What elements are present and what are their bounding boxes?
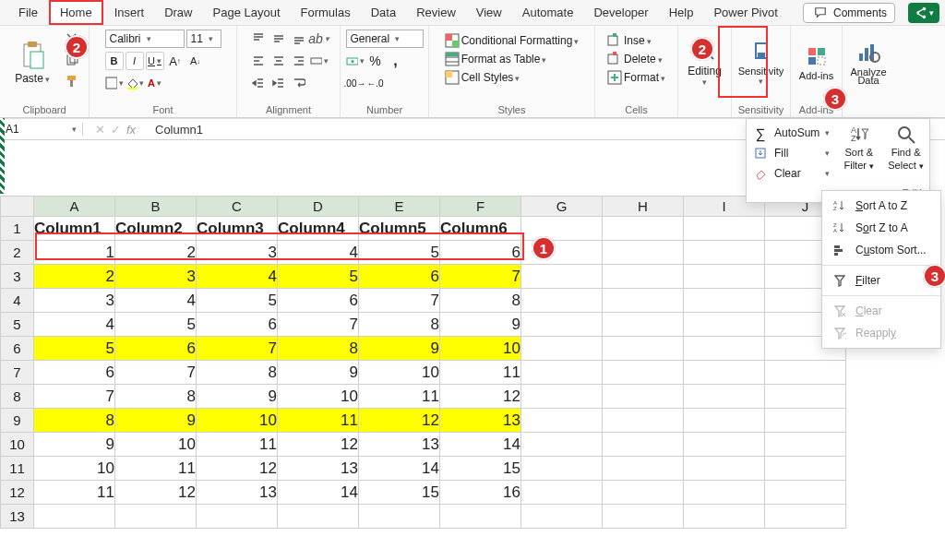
insert-cells-button[interactable]: Inse bbox=[607, 33, 652, 48]
cell[interactable] bbox=[765, 385, 846, 409]
cell[interactable]: 7 bbox=[278, 313, 359, 337]
cell[interactable] bbox=[603, 505, 684, 529]
borders-button[interactable] bbox=[105, 74, 124, 92]
cell[interactable]: 5 bbox=[34, 337, 115, 361]
clear-button[interactable]: Clear ▾ bbox=[750, 165, 831, 182]
cell[interactable]: 12 bbox=[278, 433, 359, 457]
indent-increase-button[interactable] bbox=[269, 74, 288, 92]
sensitivity-button[interactable]: Sensitivity ▾ bbox=[736, 30, 786, 96]
cell[interactable]: 15 bbox=[359, 481, 440, 505]
cell[interactable]: 8 bbox=[278, 337, 359, 361]
cell[interactable]: Column1 bbox=[34, 217, 115, 241]
column-header[interactable]: F bbox=[440, 197, 521, 217]
cell[interactable] bbox=[603, 361, 684, 385]
cell[interactable]: 11 bbox=[34, 481, 115, 505]
cell[interactable] bbox=[684, 457, 765, 481]
align-top-button[interactable] bbox=[249, 30, 268, 48]
autosum-button[interactable]: ∑ AutoSum ▾ bbox=[750, 125, 831, 141]
cell[interactable] bbox=[765, 409, 846, 433]
cell[interactable]: Column6 bbox=[440, 217, 521, 241]
column-header[interactable]: G bbox=[521, 197, 603, 217]
sort-filter-button[interactable]: AZ Sort &Filter ▾ bbox=[835, 119, 882, 187]
cell[interactable]: 13 bbox=[197, 481, 278, 505]
cell[interactable] bbox=[765, 505, 846, 529]
cell[interactable] bbox=[440, 505, 521, 529]
cell[interactable] bbox=[603, 409, 684, 433]
cell[interactable] bbox=[603, 433, 684, 457]
sort-a-to-z[interactable]: AZ SSort A to Zort A to Z bbox=[822, 195, 940, 217]
cell[interactable] bbox=[765, 481, 846, 505]
row-header[interactable]: 12 bbox=[1, 481, 34, 505]
cell[interactable] bbox=[359, 505, 440, 529]
row-header[interactable]: 3 bbox=[1, 265, 34, 289]
cell[interactable]: 2 bbox=[115, 241, 197, 265]
cell[interactable]: 3 bbox=[115, 265, 197, 289]
align-middle-button[interactable] bbox=[269, 30, 288, 48]
column-header[interactable]: A bbox=[34, 197, 115, 217]
cell[interactable]: 4 bbox=[197, 265, 278, 289]
fx-button[interactable]: fx bbox=[126, 123, 136, 137]
cell[interactable]: 11 bbox=[197, 433, 278, 457]
tab-home[interactable]: Home bbox=[49, 0, 103, 25]
cell[interactable] bbox=[521, 457, 603, 481]
cell[interactable]: 9 bbox=[278, 361, 359, 385]
cell[interactable] bbox=[603, 385, 684, 409]
italic-button[interactable]: I bbox=[126, 52, 144, 70]
decrease-decimal-button[interactable]: ←.0 bbox=[366, 74, 385, 92]
cell[interactable] bbox=[765, 361, 846, 385]
cell[interactable] bbox=[521, 289, 603, 313]
cell[interactable] bbox=[603, 265, 684, 289]
cell[interactable]: 6 bbox=[34, 361, 115, 385]
cell[interactable]: 7 bbox=[197, 337, 278, 361]
cell[interactable] bbox=[684, 289, 765, 313]
cell[interactable]: 16 bbox=[440, 481, 521, 505]
row-header[interactable]: 1 bbox=[1, 217, 34, 241]
cell[interactable]: 6 bbox=[197, 313, 278, 337]
cell[interactable] bbox=[115, 505, 197, 529]
select-all-corner[interactable] bbox=[1, 197, 34, 217]
shrink-font-button[interactable]: A↓ bbox=[186, 52, 205, 70]
cell[interactable]: 11 bbox=[115, 457, 197, 481]
column-header[interactable]: B bbox=[115, 197, 197, 217]
row-header[interactable]: 9 bbox=[1, 409, 34, 433]
cell[interactable]: 8 bbox=[440, 289, 521, 313]
cell[interactable]: 7 bbox=[115, 361, 197, 385]
cell[interactable]: 2 bbox=[34, 265, 115, 289]
cell[interactable]: 14 bbox=[278, 481, 359, 505]
tab-developer[interactable]: Developer bbox=[584, 2, 657, 23]
cell[interactable] bbox=[765, 433, 846, 457]
cell[interactable]: Column2 bbox=[115, 217, 197, 241]
cell[interactable] bbox=[521, 265, 603, 289]
cell[interactable]: 10 bbox=[115, 433, 197, 457]
cell[interactable] bbox=[684, 385, 765, 409]
cell[interactable]: 9 bbox=[359, 337, 440, 361]
cell[interactable]: 12 bbox=[440, 385, 521, 409]
cell[interactable] bbox=[521, 385, 603, 409]
cell[interactable]: 12 bbox=[197, 457, 278, 481]
cell[interactable]: 6 bbox=[440, 241, 521, 265]
cell[interactable] bbox=[684, 505, 765, 529]
cell[interactable]: 8 bbox=[197, 361, 278, 385]
row-header[interactable]: 5 bbox=[1, 313, 34, 337]
cell[interactable]: 14 bbox=[440, 433, 521, 457]
cell[interactable] bbox=[521, 361, 603, 385]
cell[interactable] bbox=[521, 481, 603, 505]
sort-z-to-a[interactable]: ZA Sort Z to A bbox=[822, 217, 940, 239]
cell[interactable] bbox=[34, 505, 115, 529]
cell[interactable]: 11 bbox=[278, 409, 359, 433]
conditional-formatting-button[interactable]: Conditional Formatting bbox=[445, 33, 580, 48]
underline-button[interactable]: U bbox=[146, 52, 164, 70]
format-painter-button[interactable] bbox=[63, 72, 81, 90]
cell[interactable]: 4 bbox=[115, 289, 197, 313]
tab-formulas[interactable]: Formulas bbox=[292, 2, 360, 23]
font-name-select[interactable]: Calibri bbox=[105, 30, 185, 48]
cell[interactable] bbox=[765, 457, 846, 481]
custom-sort[interactable]: Custom Sort... bbox=[822, 239, 940, 261]
cell[interactable]: 10 bbox=[278, 385, 359, 409]
cell[interactable]: 9 bbox=[440, 313, 521, 337]
cell[interactable]: 11 bbox=[359, 385, 440, 409]
paste-button[interactable]: Paste bbox=[7, 30, 57, 96]
cell[interactable]: 5 bbox=[115, 313, 197, 337]
cell[interactable] bbox=[684, 481, 765, 505]
cell[interactable]: 8 bbox=[359, 313, 440, 337]
